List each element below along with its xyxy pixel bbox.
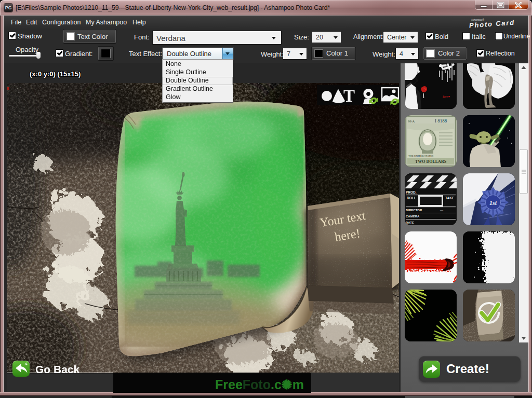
- svg-text:I 8188: I 8188: [435, 118, 447, 123]
- svg-text:—: —: [440, 209, 443, 212]
- svg-text:T: T: [343, 87, 355, 105]
- svg-text:DIRECTOR: DIRECTOR: [406, 209, 422, 212]
- svg-text:ROLL: ROLL: [407, 196, 416, 200]
- svg-text:THE UNITED STATES: THE UNITED STATES: [408, 155, 433, 157]
- svg-text:Δοη♥: Δοη♥: [443, 95, 450, 98]
- svg-text:99 A: 99 A: [408, 119, 415, 123]
- svg-text:DATE: DATE: [406, 221, 414, 224]
- svg-text:PROD.: PROD.: [406, 190, 417, 194]
- svg-text:TWO DOLLARS: TWO DOLLARS: [415, 159, 447, 164]
- svg-text:1st: 1st: [489, 199, 497, 207]
- svg-text:CAMERA: CAMERA: [406, 215, 420, 218]
- svg-text:TAKE: TAKE: [445, 196, 455, 200]
